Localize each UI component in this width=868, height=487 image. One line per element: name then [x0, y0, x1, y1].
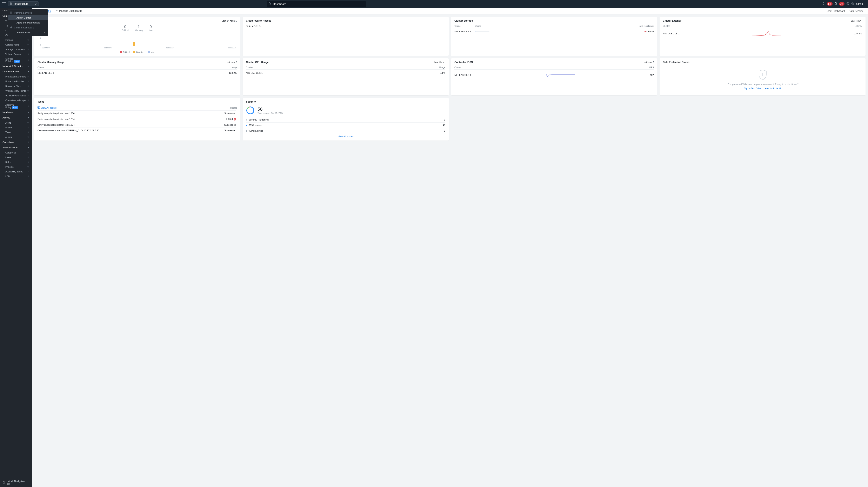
task-row[interactable]: Entity snapshot replicate: test-1234Succ… — [37, 110, 236, 116]
star-icon[interactable]: ☆ — [27, 48, 29, 51]
svg-rect-3 — [10, 12, 11, 12]
sidebar-item[interactable]: Roles☆ — [0, 160, 32, 164]
sidebar-item[interactable]: Availability Zones☆ — [0, 169, 32, 174]
time-range-dropdown[interactable]: Last Hour — [434, 61, 445, 63]
star-icon[interactable]: ☆ — [27, 121, 29, 124]
star-icon[interactable]: ☆ — [27, 105, 29, 107]
try-test-drive-link[interactable]: Try on Test Drive — [744, 87, 761, 90]
time-range-dropdown[interactable]: Last 24 hours — [222, 20, 237, 22]
star-icon[interactable]: ☆ — [27, 126, 29, 129]
hamburger-menu-button[interactable] — [2, 2, 6, 6]
data-density-dropdown[interactable]: Data Density — [848, 10, 864, 12]
menu-item-infrastructure[interactable]: Infrastructure ✓ — [8, 30, 48, 35]
star-icon[interactable]: ☆ — [27, 99, 29, 102]
star-icon[interactable]: ☆ — [27, 175, 29, 177]
time-range-dropdown[interactable]: Last Hour — [225, 61, 237, 63]
sidebar-section-6[interactable]: Administration — [0, 145, 32, 150]
star-icon[interactable]: ☆ — [27, 94, 29, 97]
sidebar-item[interactable]: LCM☆ — [0, 174, 32, 178]
view-all-issues-link[interactable]: View All Issues — [246, 133, 445, 138]
help-icon[interactable]: ? — [846, 2, 849, 6]
sidebar-section-5[interactable]: Operations☆ — [0, 139, 32, 145]
star-icon[interactable]: ☆ — [27, 80, 29, 83]
menu-item-apps-marketplace[interactable]: Apps and Marketplace — [8, 20, 48, 25]
sidebar-section-3[interactable]: Hardware — [0, 109, 32, 115]
star-icon[interactable]: ☆ — [27, 161, 29, 163]
star-icon[interactable]: ☆ — [27, 85, 29, 87]
sidebar-section-1[interactable]: Network & Security — [0, 63, 32, 69]
sidebar-item[interactable]: VM Recovery Points☆ — [0, 88, 32, 93]
critical-dot-icon — [645, 31, 646, 32]
sidebar-item[interactable]: Projects☆ — [0, 164, 32, 169]
table-row[interactable]: NIS-LAB-CLS-1 13.52% — [37, 70, 237, 75]
chevron-up-icon — [28, 117, 29, 118]
menu-item-admin-center[interactable]: Admin Center — [8, 15, 48, 20]
sidebar-item[interactable]: Recovery Plans☆ — [0, 84, 32, 88]
table-row[interactable]: NIS-LAB-CLS-1 492 — [455, 70, 654, 79]
table-row[interactable]: NIS-LAB-CLS-1 Critical — [455, 29, 654, 34]
reset-dashboard-button[interactable]: Reset Dashboard — [826, 10, 845, 12]
user-menu[interactable]: admin — [856, 2, 866, 5]
quick-cluster-row[interactable]: NIS-LAB-CLS-1 — [246, 24, 445, 29]
sidebar-item[interactable]: Alerts☆ — [0, 120, 32, 125]
sidebar-section-2[interactable]: Data Protection — [0, 69, 32, 74]
sidebar-item[interactable]: Users☆ — [0, 155, 32, 160]
alert-info-count[interactable]: 0Info — [149, 25, 153, 32]
sidebar-item[interactable]: Storage Containers☆ — [0, 47, 32, 52]
security-row[interactable]: Security Hardening9 — [246, 117, 445, 122]
star-icon[interactable]: ☆ — [27, 156, 29, 159]
task-row[interactable]: Create remote connection: ONPREM_CLOUD:1… — [37, 128, 236, 133]
star-icon[interactable]: ☆ — [27, 131, 29, 133]
time-range-dropdown[interactable]: Last Hour — [851, 20, 862, 22]
sidebar-item[interactable]: Approval PolicyNew☆ — [0, 103, 32, 109]
alerts-badge[interactable]: 1 — [827, 2, 833, 6]
star-icon[interactable]: ☆ — [27, 43, 29, 46]
app-switcher-dropdown[interactable]: Infrastructure Platform Services Admin C… — [8, 1, 39, 6]
legend-critical[interactable]: Critical — [120, 51, 129, 53]
sidebar-item[interactable]: Images☆ — [0, 37, 32, 42]
alert-warning-count[interactable]: 1Warning — [135, 25, 143, 32]
time-range-dropdown[interactable]: Last Hour — [643, 61, 654, 63]
sidebar-item[interactable]: Protection Summary☆ — [0, 74, 32, 79]
security-row[interactable]: Vulnerabilities0 — [246, 128, 445, 133]
gear-icon[interactable] — [851, 2, 854, 6]
star-icon[interactable]: ☆ — [27, 53, 29, 56]
table-row[interactable]: NIS-LAB-CLS-1 0.44 ms — [663, 29, 862, 38]
legend-info[interactable]: Info — [148, 51, 154, 53]
sidebar-item[interactable]: Categories☆ — [0, 150, 32, 155]
tasks-list[interactable]: Entity snapshot replicate: test-1234Succ… — [37, 110, 237, 133]
sidebar-item[interactable]: Events☆ — [0, 125, 32, 130]
sidebar-item[interactable]: Audits☆ — [0, 134, 32, 139]
sidebar-item[interactable]: Storage PoliciesNew☆ — [0, 57, 32, 63]
tasks-badge[interactable]: 1 — [839, 2, 845, 6]
task-row[interactable]: Entity snapshot replicate: test-1234Fail… — [37, 116, 236, 122]
sidebar-item[interactable]: Protection Policies☆ — [0, 79, 32, 84]
sidebar-item[interactable]: VG Recovery Points☆ — [0, 93, 32, 98]
search-input[interactable] — [267, 1, 366, 7]
star-icon[interactable]: ☆ — [27, 165, 29, 168]
star-icon[interactable]: ☆ — [27, 170, 29, 173]
clipboard-icon[interactable] — [835, 2, 837, 6]
how-to-protect-link[interactable]: How to Protect? — [765, 87, 781, 90]
star-icon[interactable]: ☆ — [27, 141, 29, 143]
sidebar-item[interactable]: Volume Groups☆ — [0, 52, 32, 57]
tab-manage-dashboards[interactable]: Manage Dashboards — [56, 9, 82, 13]
alert-critical-count[interactable]: 0Critical — [122, 25, 128, 32]
star-icon[interactable]: ☆ — [27, 75, 29, 78]
table-row[interactable]: NIS-LAB-CLS-1 9.1% — [246, 70, 445, 75]
star-icon[interactable]: ☆ — [27, 135, 29, 138]
star-icon[interactable]: ☆ — [27, 38, 29, 41]
unlock-nav-button[interactable]: Unlock Navigation Bar — [0, 478, 32, 487]
star-icon[interactable]: ☆ — [27, 89, 29, 92]
task-row[interactable]: Entity snapshot replicate: test-1234Succ… — [37, 122, 236, 128]
star-icon[interactable]: ☆ — [27, 151, 29, 154]
security-row[interactable]: STIG Issues48 — [246, 122, 445, 128]
bell-icon[interactable] — [822, 2, 825, 6]
sidebar-section-4[interactable]: Activity — [0, 115, 32, 120]
star-icon[interactable]: ☆ — [27, 59, 29, 61]
legend-warning[interactable]: Warning — [133, 51, 144, 53]
sidebar-item[interactable]: Consistency Groups☆ — [0, 98, 32, 103]
view-all-tasks-link[interactable]: View All Task(s) — [37, 106, 57, 109]
sidebar-item[interactable]: Tasks☆ — [0, 130, 32, 134]
sidebar-item[interactable]: Catalog Items☆ — [0, 42, 32, 47]
